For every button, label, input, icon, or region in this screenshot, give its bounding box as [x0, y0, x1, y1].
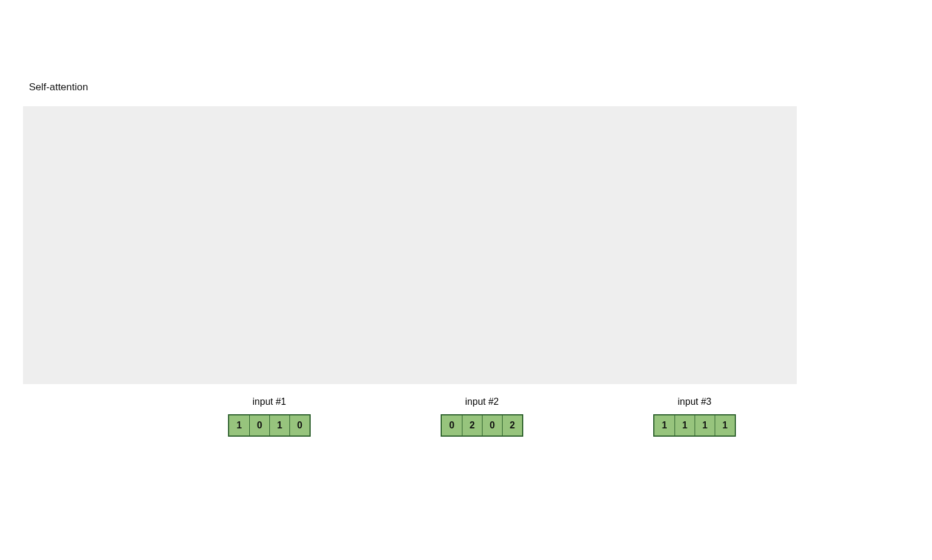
input-group-1: input #1 1 0 1 0 — [228, 397, 311, 437]
input-label-2: input #2 — [465, 397, 499, 407]
input-label-3: input #3 — [678, 397, 712, 407]
diagram-page: Self-attention input #1 1 0 1 0 input #2… — [0, 0, 932, 560]
input-2-cell-1: 2 — [462, 415, 482, 435]
input-vector-2: 0 2 0 2 — [441, 414, 523, 437]
input-2-cell-2: 0 — [482, 415, 502, 435]
input-1-cell-0: 1 — [229, 415, 249, 435]
input-vector-3: 1 1 1 1 — [653, 414, 736, 437]
input-3-cell-2: 1 — [695, 415, 715, 435]
diagram-canvas — [23, 106, 797, 384]
input-group-2: input #2 0 2 0 2 — [441, 397, 523, 437]
input-group-3: input #3 1 1 1 1 — [653, 397, 736, 437]
input-3-cell-0: 1 — [654, 415, 674, 435]
diagram-title: Self-attention — [29, 81, 88, 93]
input-3-cell-1: 1 — [674, 415, 695, 435]
input-1-cell-1: 0 — [249, 415, 269, 435]
input-3-cell-3: 1 — [715, 415, 735, 435]
inputs-row: input #1 1 0 1 0 input #2 0 2 0 2 input … — [23, 397, 797, 444]
input-1-cell-3: 0 — [289, 415, 309, 435]
input-vector-1: 1 0 1 0 — [228, 414, 311, 437]
input-2-cell-0: 0 — [442, 415, 462, 435]
input-2-cell-3: 2 — [502, 415, 522, 435]
input-label-1: input #1 — [253, 397, 286, 407]
input-1-cell-2: 1 — [269, 415, 289, 435]
